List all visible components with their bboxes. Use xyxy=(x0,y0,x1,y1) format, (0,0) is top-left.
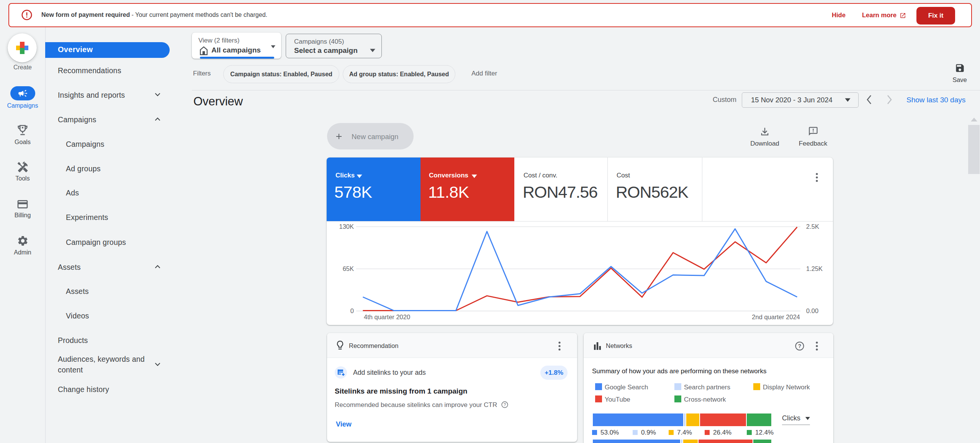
svg-text:65K: 65K xyxy=(343,265,354,272)
svg-text:2nd quarter 2024: 2nd quarter 2024 xyxy=(752,313,800,320)
svg-text:4th quarter 2020: 4th quarter 2020 xyxy=(364,313,410,320)
svg-text:2.5K: 2.5K xyxy=(806,223,819,230)
svg-text:1.25K: 1.25K xyxy=(806,265,823,272)
svg-text:?: ? xyxy=(798,343,802,349)
svg-text:130K: 130K xyxy=(339,223,354,230)
svg-text:0: 0 xyxy=(350,307,354,314)
svg-text:?: ? xyxy=(504,402,506,407)
svg-text:0.00: 0.00 xyxy=(806,307,818,314)
